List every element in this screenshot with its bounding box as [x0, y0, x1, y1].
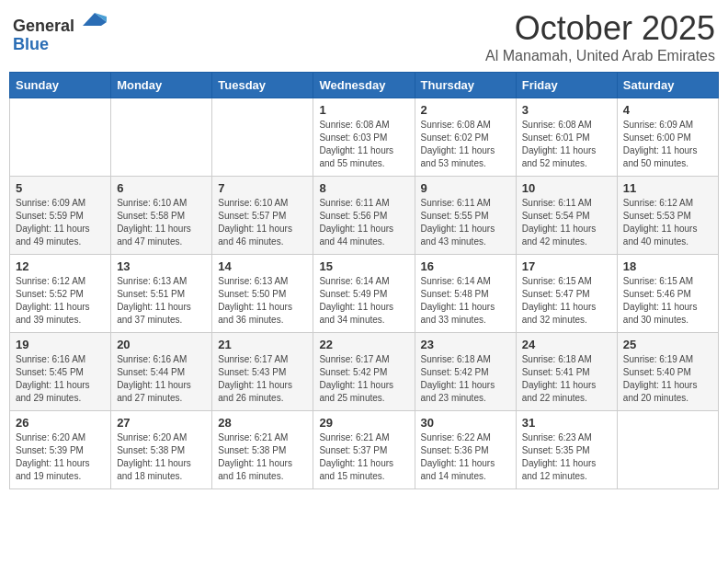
day-info: Sunrise: 6:20 AM Sunset: 5:39 PM Dayligh…: [16, 431, 105, 483]
day-cell: 31Sunrise: 6:23 AM Sunset: 5:35 PM Dayli…: [516, 411, 617, 489]
day-cell: 22Sunrise: 6:17 AM Sunset: 5:42 PM Dayli…: [313, 333, 415, 411]
day-info: Sunrise: 6:08 AM Sunset: 6:02 PM Dayligh…: [421, 119, 510, 170]
week-row-2: 5Sunrise: 6:09 AM Sunset: 5:59 PM Daylig…: [10, 177, 719, 255]
weekday-header-sunday: Sunday: [10, 73, 111, 98]
weekday-header-monday: Monday: [111, 73, 212, 98]
day-info: Sunrise: 6:11 AM Sunset: 5:54 PM Dayligh…: [522, 197, 611, 248]
day-info: Sunrise: 6:12 AM Sunset: 5:52 PM Dayligh…: [16, 275, 105, 327]
day-cell: 26Sunrise: 6:20 AM Sunset: 5:39 PM Dayli…: [10, 411, 111, 489]
day-number: 14: [218, 259, 307, 273]
day-info: Sunrise: 6:11 AM Sunset: 5:55 PM Dayligh…: [421, 197, 510, 248]
location-subtitle: Al Manamah, United Arab Emirates: [485, 48, 715, 64]
calendar-table: SundayMondayTuesdayWednesdayThursdayFrid…: [9, 72, 719, 489]
day-info: Sunrise: 6:10 AM Sunset: 5:58 PM Dayligh…: [117, 197, 206, 248]
day-info: Sunrise: 6:08 AM Sunset: 6:01 PM Dayligh…: [522, 119, 611, 170]
day-number: 7: [218, 181, 307, 195]
day-info: Sunrise: 6:21 AM Sunset: 5:38 PM Dayligh…: [218, 431, 307, 483]
title-block: October 2025 Al Manamah, United Arab Emi…: [485, 9, 715, 64]
day-cell: 30Sunrise: 6:22 AM Sunset: 5:36 PM Dayli…: [415, 411, 516, 489]
day-info: Sunrise: 6:22 AM Sunset: 5:36 PM Dayligh…: [421, 431, 510, 483]
day-cell: 10Sunrise: 6:11 AM Sunset: 5:54 PM Dayli…: [516, 177, 617, 255]
day-cell: 19Sunrise: 6:16 AM Sunset: 5:45 PM Dayli…: [10, 333, 111, 411]
day-info: Sunrise: 6:09 AM Sunset: 5:59 PM Dayligh…: [16, 197, 105, 248]
day-number: 15: [319, 259, 408, 273]
day-info: Sunrise: 6:19 AM Sunset: 5:40 PM Dayligh…: [623, 353, 712, 405]
day-number: 13: [117, 259, 206, 273]
day-cell: 25Sunrise: 6:19 AM Sunset: 5:40 PM Dayli…: [617, 333, 718, 411]
day-info: Sunrise: 6:17 AM Sunset: 5:42 PM Dayligh…: [319, 353, 408, 405]
day-info: Sunrise: 6:15 AM Sunset: 5:47 PM Dayligh…: [522, 275, 611, 327]
day-cell: 8Sunrise: 6:11 AM Sunset: 5:56 PM Daylig…: [313, 177, 415, 255]
day-number: 10: [522, 181, 611, 195]
day-number: 2: [421, 103, 510, 117]
day-number: 27: [117, 416, 206, 430]
day-cell: 29Sunrise: 6:21 AM Sunset: 5:37 PM Dayli…: [313, 411, 415, 489]
page-header: General Blue October 2025 Al Manamah, Un…: [9, 9, 719, 64]
weekday-header-friday: Friday: [516, 73, 617, 98]
day-number: 21: [218, 338, 307, 351]
day-cell: 6Sunrise: 6:10 AM Sunset: 5:58 PM Daylig…: [111, 177, 212, 255]
day-info: Sunrise: 6:14 AM Sunset: 5:49 PM Dayligh…: [319, 275, 408, 327]
day-cell: 27Sunrise: 6:20 AM Sunset: 5:38 PM Dayli…: [111, 411, 212, 489]
day-cell: 7Sunrise: 6:10 AM Sunset: 5:57 PM Daylig…: [212, 177, 313, 255]
day-number: 20: [117, 338, 206, 351]
day-number: 11: [623, 181, 712, 195]
day-cell: [10, 98, 111, 177]
logo-general-text: General: [13, 17, 74, 35]
day-info: Sunrise: 6:14 AM Sunset: 5:48 PM Dayligh…: [421, 275, 510, 327]
day-info: Sunrise: 6:17 AM Sunset: 5:43 PM Dayligh…: [218, 353, 307, 405]
day-info: Sunrise: 6:18 AM Sunset: 5:41 PM Dayligh…: [522, 353, 611, 405]
svg-marker-0: [83, 13, 107, 26]
day-info: Sunrise: 6:13 AM Sunset: 5:50 PM Dayligh…: [218, 275, 307, 327]
day-cell: 16Sunrise: 6:14 AM Sunset: 5:48 PM Dayli…: [415, 255, 516, 333]
day-number: 3: [522, 103, 611, 117]
day-cell: 1Sunrise: 6:08 AM Sunset: 6:03 PM Daylig…: [313, 98, 415, 177]
day-number: 25: [623, 338, 712, 351]
day-cell: 24Sunrise: 6:18 AM Sunset: 5:41 PM Dayli…: [516, 333, 617, 411]
logo-blue-text: Blue: [13, 35, 49, 53]
day-number: 29: [319, 416, 408, 430]
week-row-5: 26Sunrise: 6:20 AM Sunset: 5:39 PM Dayli…: [10, 411, 719, 489]
day-info: Sunrise: 6:10 AM Sunset: 5:57 PM Dayligh…: [218, 197, 307, 248]
day-cell: 5Sunrise: 6:09 AM Sunset: 5:59 PM Daylig…: [10, 177, 111, 255]
day-info: Sunrise: 6:12 AM Sunset: 5:53 PM Dayligh…: [623, 197, 712, 248]
day-number: 26: [16, 416, 105, 430]
week-row-3: 12Sunrise: 6:12 AM Sunset: 5:52 PM Dayli…: [10, 255, 719, 333]
day-info: Sunrise: 6:16 AM Sunset: 5:45 PM Dayligh…: [16, 353, 105, 405]
day-cell: 18Sunrise: 6:15 AM Sunset: 5:46 PM Dayli…: [617, 255, 718, 333]
day-number: 1: [319, 103, 408, 117]
day-number: 28: [218, 416, 307, 430]
day-cell: 28Sunrise: 6:21 AM Sunset: 5:38 PM Dayli…: [212, 411, 313, 489]
day-number: 4: [623, 103, 712, 117]
day-info: Sunrise: 6:21 AM Sunset: 5:37 PM Dayligh…: [319, 431, 408, 483]
day-cell: 17Sunrise: 6:15 AM Sunset: 5:47 PM Dayli…: [516, 255, 617, 333]
day-cell: 23Sunrise: 6:18 AM Sunset: 5:42 PM Dayli…: [415, 333, 516, 411]
day-number: 16: [421, 259, 510, 273]
day-info: Sunrise: 6:13 AM Sunset: 5:51 PM Dayligh…: [117, 275, 206, 327]
day-info: Sunrise: 6:11 AM Sunset: 5:56 PM Dayligh…: [319, 197, 408, 248]
weekday-header-tuesday: Tuesday: [212, 73, 313, 98]
day-number: 19: [16, 338, 105, 351]
day-info: Sunrise: 6:08 AM Sunset: 6:03 PM Dayligh…: [319, 119, 408, 170]
day-cell: 21Sunrise: 6:17 AM Sunset: 5:43 PM Dayli…: [212, 333, 313, 411]
weekday-header-saturday: Saturday: [617, 73, 718, 98]
weekday-header-row: SundayMondayTuesdayWednesdayThursdayFrid…: [10, 73, 719, 98]
weekday-header-wednesday: Wednesday: [313, 73, 415, 98]
day-number: 18: [623, 259, 712, 273]
day-number: 22: [319, 338, 408, 351]
day-number: 6: [117, 181, 206, 195]
day-cell: 14Sunrise: 6:13 AM Sunset: 5:50 PM Dayli…: [212, 255, 313, 333]
day-cell: 20Sunrise: 6:16 AM Sunset: 5:44 PM Dayli…: [111, 333, 212, 411]
logo-icon: [81, 9, 108, 31]
day-cell: 4Sunrise: 6:09 AM Sunset: 6:00 PM Daylig…: [617, 98, 718, 177]
day-number: 17: [522, 259, 611, 273]
day-cell: 13Sunrise: 6:13 AM Sunset: 5:51 PM Dayli…: [111, 255, 212, 333]
day-info: Sunrise: 6:20 AM Sunset: 5:38 PM Dayligh…: [117, 431, 206, 483]
month-title: October 2025: [485, 9, 715, 48]
day-info: Sunrise: 6:15 AM Sunset: 5:46 PM Dayligh…: [623, 275, 712, 327]
weekday-header-thursday: Thursday: [415, 73, 516, 98]
day-number: 23: [421, 338, 510, 351]
day-cell: 12Sunrise: 6:12 AM Sunset: 5:52 PM Dayli…: [10, 255, 111, 333]
day-number: 9: [421, 181, 510, 195]
day-cell: 2Sunrise: 6:08 AM Sunset: 6:02 PM Daylig…: [415, 98, 516, 177]
